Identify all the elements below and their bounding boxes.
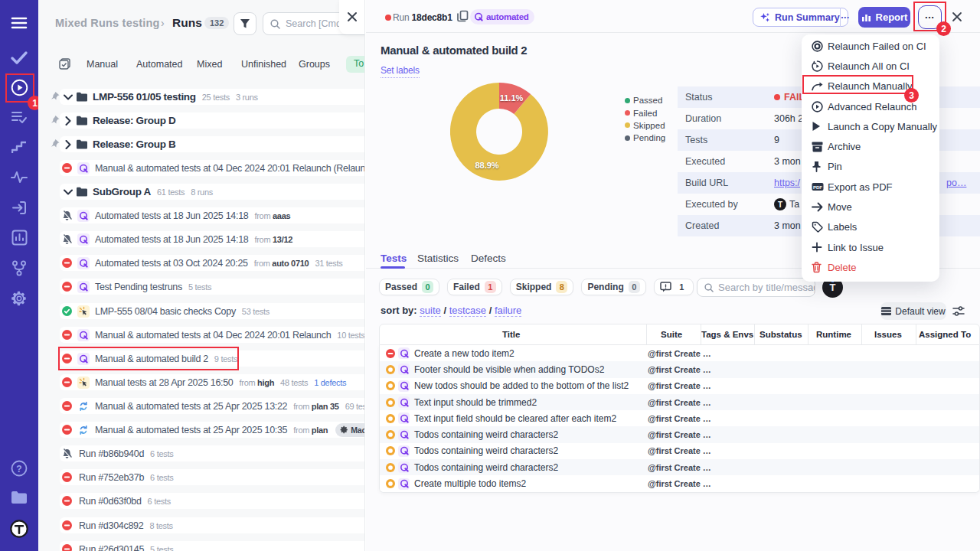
svg-text:11.1%: 11.1% [500,93,524,103]
svg-text:?: ? [16,464,21,474]
svg-text:PDF: PDF [813,185,822,190]
svg-text:88.9%: 88.9% [475,161,498,170]
